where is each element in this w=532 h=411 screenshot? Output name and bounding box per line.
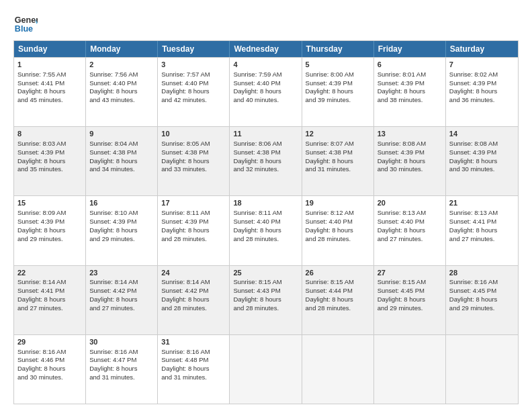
calendar-cell-day-23: 23Sunrise: 8:14 AMSunset: 4:42 PMDayligh… <box>86 266 158 334</box>
day-info-line: and 39 minutes. <box>306 96 370 105</box>
day-info-line: Sunrise: 8:09 AM <box>17 209 82 218</box>
day-info-line: Sunset: 4:39 PM <box>449 79 515 88</box>
day-info-line: Daylight: 8 hours <box>17 87 82 96</box>
day-info-line: Daylight: 8 hours <box>161 157 226 166</box>
day-info-line: Daylight: 8 hours <box>17 157 82 166</box>
day-info-line: Sunset: 4:40 PM <box>378 218 442 226</box>
calendar-cell-day-12: 12Sunrise: 8:07 AMSunset: 4:38 PMDayligh… <box>302 127 374 195</box>
day-number: 3 <box>161 60 226 70</box>
calendar-cell-day-21: 21Sunrise: 8:13 AMSunset: 4:41 PMDayligh… <box>446 196 518 265</box>
calendar-week-1: 1Sunrise: 7:55 AMSunset: 4:41 PMDaylight… <box>14 57 518 126</box>
day-info-line: and 27 minutes. <box>17 304 82 313</box>
day-info-line: Daylight: 8 hours <box>89 295 154 304</box>
day-info-line: Sunset: 4:40 PM <box>89 79 154 88</box>
calendar-cell-day-29: 29Sunrise: 8:16 AMSunset: 4:46 PMDayligh… <box>14 335 86 404</box>
calendar-cell-day-24: 24Sunrise: 8:14 AMSunset: 4:42 PMDayligh… <box>158 266 230 334</box>
day-info-line: Sunrise: 8:16 AM <box>17 348 82 357</box>
day-info-line: Daylight: 8 hours <box>17 226 82 235</box>
calendar-header-friday: Friday <box>374 41 446 57</box>
calendar-cell-day-22: 22Sunrise: 8:14 AMSunset: 4:41 PMDayligh… <box>14 266 86 334</box>
day-info-line: Sunrise: 8:11 AM <box>161 209 226 218</box>
day-info-line: Sunrise: 8:12 AM <box>306 209 370 218</box>
day-info-line: and 27 minutes. <box>89 304 154 313</box>
day-info-line: and 27 minutes. <box>378 235 442 244</box>
day-info-line: Sunset: 4:40 PM <box>161 79 226 88</box>
day-info-line: Sunrise: 8:16 AM <box>89 348 154 357</box>
day-info-line: Sunrise: 8:06 AM <box>233 140 298 148</box>
day-info-line: Daylight: 8 hours <box>161 87 226 96</box>
calendar-cell-day-17: 17Sunrise: 8:11 AMSunset: 4:39 PMDayligh… <box>158 196 230 265</box>
day-info-line: Daylight: 8 hours <box>378 157 442 166</box>
day-info-line: and 36 minutes. <box>449 96 515 105</box>
day-number: 31 <box>161 337 226 347</box>
day-info-line: Sunrise: 8:14 AM <box>17 278 82 287</box>
calendar-body: 1Sunrise: 7:55 AMSunset: 4:41 PMDaylight… <box>14 57 518 404</box>
day-info-line: Sunset: 4:46 PM <box>17 356 82 365</box>
day-info-line: Sunset: 4:43 PM <box>233 287 298 295</box>
day-info-line: and 34 minutes. <box>89 165 154 174</box>
calendar-header-monday: Monday <box>86 41 158 57</box>
calendar-cell-day-10: 10Sunrise: 8:05 AMSunset: 4:38 PMDayligh… <box>158 127 230 195</box>
day-number: 17 <box>161 198 226 208</box>
day-info-line: Daylight: 8 hours <box>378 87 442 96</box>
day-info-line: Sunset: 4:40 PM <box>233 218 298 226</box>
calendar-cell-day-16: 16Sunrise: 8:10 AMSunset: 4:39 PMDayligh… <box>86 196 158 265</box>
day-info-line: Sunrise: 8:14 AM <box>161 278 226 287</box>
day-info-line: Sunset: 4:38 PM <box>89 148 154 157</box>
calendar-cell-day-9: 9Sunrise: 8:04 AMSunset: 4:38 PMDaylight… <box>86 127 158 195</box>
calendar-cell-day-3: 3Sunrise: 7:57 AMSunset: 4:40 PMDaylight… <box>158 58 230 126</box>
day-info-line: Sunrise: 8:00 AM <box>306 71 370 79</box>
day-info-line: Sunset: 4:42 PM <box>161 287 226 295</box>
calendar-cell-empty <box>446 335 518 404</box>
day-info-line: Sunrise: 8:14 AM <box>89 278 154 287</box>
calendar-cell-day-20: 20Sunrise: 8:13 AMSunset: 4:40 PMDayligh… <box>374 196 446 265</box>
day-info-line: Sunrise: 7:57 AM <box>161 71 226 79</box>
day-info-line: Daylight: 8 hours <box>161 295 226 304</box>
day-info-line: Sunset: 4:41 PM <box>17 287 82 295</box>
day-info-line: and 45 minutes. <box>17 96 82 105</box>
day-info-line: Daylight: 8 hours <box>233 295 298 304</box>
day-info-line: and 28 minutes. <box>161 235 226 244</box>
day-number: 22 <box>17 268 82 278</box>
day-number: 12 <box>306 129 370 139</box>
day-number: 25 <box>233 268 298 278</box>
day-info-line: Sunrise: 8:03 AM <box>17 140 82 148</box>
day-info-line: Daylight: 8 hours <box>306 226 370 235</box>
day-info-line: Daylight: 8 hours <box>306 87 370 96</box>
calendar-week-5: 29Sunrise: 8:16 AMSunset: 4:46 PMDayligh… <box>14 334 518 404</box>
day-info-line: Sunrise: 8:15 AM <box>233 278 298 287</box>
day-info-line: and 33 minutes. <box>161 165 226 174</box>
calendar-week-3: 15Sunrise: 8:09 AMSunset: 4:39 PMDayligh… <box>14 195 518 265</box>
calendar-cell-day-2: 2Sunrise: 7:56 AMSunset: 4:40 PMDaylight… <box>86 58 158 126</box>
day-info-line: Sunrise: 8:02 AM <box>449 71 515 79</box>
logo-icon: General Blue <box>13 11 38 35</box>
day-number: 19 <box>306 198 370 208</box>
svg-text:Blue: Blue <box>15 24 33 34</box>
day-number: 8 <box>17 129 82 139</box>
logo: General Blue <box>13 11 38 35</box>
day-info-line: Daylight: 8 hours <box>89 157 154 166</box>
day-number: 24 <box>161 268 226 278</box>
calendar-cell-day-25: 25Sunrise: 8:15 AMSunset: 4:43 PMDayligh… <box>230 266 302 334</box>
day-info-line: Sunset: 4:39 PM <box>306 79 370 88</box>
calendar-cell-day-31: 31Sunrise: 8:16 AMSunset: 4:48 PMDayligh… <box>158 335 230 404</box>
day-info-line: and 38 minutes. <box>378 96 442 105</box>
day-info-line: Sunset: 4:39 PM <box>17 218 82 226</box>
day-info-line: Sunset: 4:39 PM <box>161 218 226 226</box>
day-info-line: Sunrise: 8:05 AM <box>161 140 226 148</box>
day-info-line: and 32 minutes. <box>233 165 298 174</box>
day-info-line: Sunset: 4:48 PM <box>161 356 226 365</box>
day-info-line: Sunset: 4:41 PM <box>449 218 515 226</box>
day-info-line: and 31 minutes. <box>306 165 370 174</box>
calendar-header-saturday: Saturday <box>446 41 518 57</box>
calendar-header-tuesday: Tuesday <box>158 41 230 57</box>
day-info-line: and 42 minutes. <box>161 96 226 105</box>
day-info-line: Daylight: 8 hours <box>89 87 154 96</box>
day-number: 1 <box>17 60 82 70</box>
day-number: 6 <box>378 60 442 70</box>
calendar-cell-day-4: 4Sunrise: 7:59 AMSunset: 4:40 PMDaylight… <box>230 58 302 126</box>
day-number: 21 <box>449 198 515 208</box>
day-info-line: and 29 minutes. <box>449 304 515 313</box>
day-number: 23 <box>89 268 154 278</box>
day-info-line: and 28 minutes. <box>306 304 370 313</box>
